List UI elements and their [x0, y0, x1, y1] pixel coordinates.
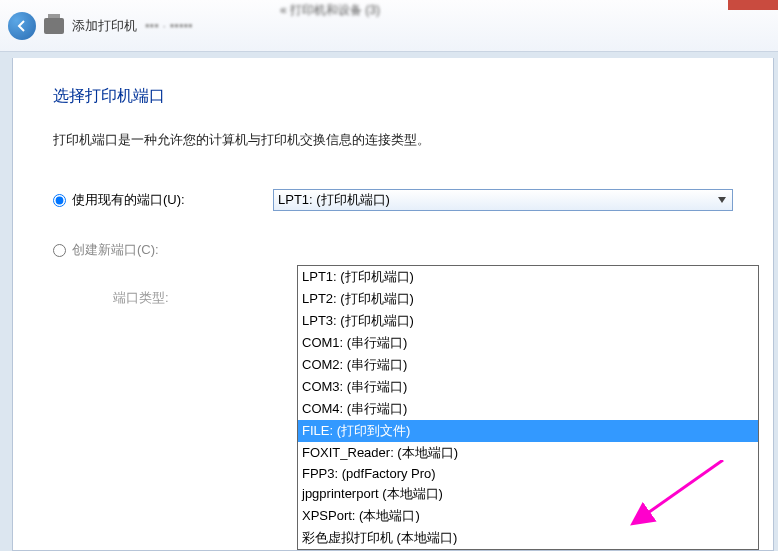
header-title: 添加打印机 [72, 17, 137, 35]
use-existing-label[interactable]: 使用现有的端口(U): [53, 191, 273, 209]
window-close-fragment [728, 0, 778, 10]
breadcrumb: « 打印机和设备 (3) [280, 2, 380, 19]
chevron-down-icon [714, 192, 730, 208]
create-new-label[interactable]: 创建新端口(C): [53, 241, 273, 259]
header-blur-text: ▪▪▪ · ▪▪▪▪▪ [145, 18, 193, 33]
page-description: 打印机端口是一种允许您的计算机与打印机交换信息的连接类型。 [53, 131, 733, 149]
create-new-text: 创建新端口(C): [72, 241, 159, 259]
dropdown-item[interactable]: XPSPort: (本地端口) [298, 505, 758, 527]
dropdown-item[interactable]: LPT2: (打印机端口) [298, 288, 758, 310]
dropdown-item[interactable]: COM4: (串行端口) [298, 398, 758, 420]
dropdown-item[interactable]: jpgprinterport (本地端口) [298, 483, 758, 505]
option-use-existing: 使用现有的端口(U): LPT1: (打印机端口) [53, 189, 733, 211]
dropdown-item[interactable]: FILE: (打印到文件) [298, 420, 758, 442]
dropdown-item[interactable]: COM3: (串行端口) [298, 376, 758, 398]
page-title: 选择打印机端口 [53, 86, 733, 107]
dropdown-item[interactable]: LPT1: (打印机端口) [298, 266, 758, 288]
dropdown-item[interactable]: COM1: (串行端口) [298, 332, 758, 354]
dialog-body: 选择打印机端口 打印机端口是一种允许您的计算机与打印机交换信息的连接类型。 使用… [12, 58, 774, 551]
wizard-header: 添加打印机 ▪▪▪ · ▪▪▪▪▪ [0, 0, 778, 52]
arrow-left-icon [15, 19, 29, 33]
dropdown-item[interactable]: 彩色虚拟打印机 (本地端口) [298, 527, 758, 549]
back-button[interactable] [8, 12, 36, 40]
dropdown-item[interactable]: FOXIT_Reader: (本地端口) [298, 442, 758, 464]
dropdown-item[interactable]: LPT3: (打印机端口) [298, 310, 758, 332]
port-dropdown-list[interactable]: LPT1: (打印机端口)LPT2: (打印机端口)LPT3: (打印机端口)C… [297, 265, 759, 550]
port-combo-value: LPT1: (打印机端口) [278, 191, 390, 209]
port-combo[interactable]: LPT1: (打印机端口) [273, 189, 733, 211]
option-create-new: 创建新端口(C): [53, 241, 733, 259]
dropdown-item[interactable]: FPP3: (pdfFactory Pro) [298, 464, 758, 483]
port-type-label: 端口类型: [113, 289, 169, 307]
dropdown-item[interactable]: COM2: (串行端口) [298, 354, 758, 376]
printer-icon [44, 18, 64, 34]
use-existing-radio[interactable] [53, 194, 66, 207]
use-existing-text: 使用现有的端口(U): [72, 191, 185, 209]
create-new-radio[interactable] [53, 244, 66, 257]
